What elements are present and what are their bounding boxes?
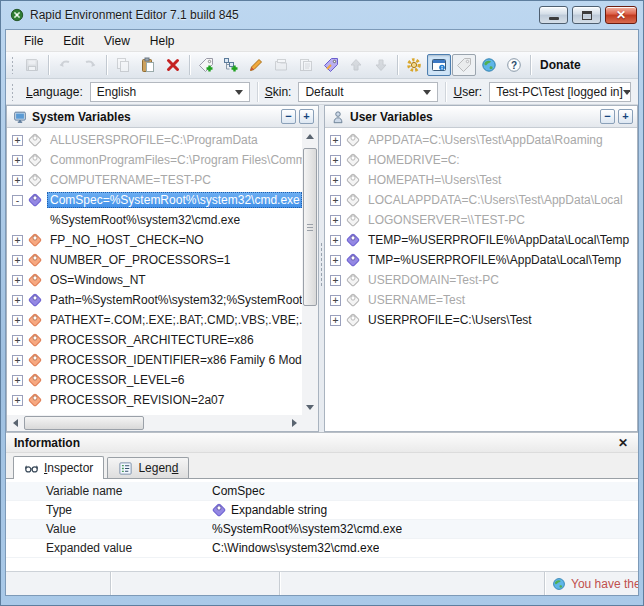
scroll-left-icon[interactable] xyxy=(7,415,23,431)
donate-link[interactable]: Donate xyxy=(540,58,581,72)
variable-text[interactable]: PROCESSOR_IDENTIFIER=x86 Family 6 Model … xyxy=(47,352,302,368)
tree-expander[interactable]: + xyxy=(12,395,23,406)
add-value-button[interactable] xyxy=(219,54,243,76)
variable-text[interactable]: CommonProgramFiles=C:\Program Files\Comm… xyxy=(47,152,302,168)
undo-button[interactable] xyxy=(53,54,77,76)
collapse-all-button[interactable]: − xyxy=(281,109,296,124)
copy-name-button[interactable] xyxy=(294,54,318,76)
toggle-tags-panel-button[interactable] xyxy=(452,54,476,76)
tree-expander[interactable]: + xyxy=(12,355,23,366)
variable-text[interactable]: ComSpec=%SystemRoot%\system32\cmd.exe xyxy=(47,192,302,208)
tree-row[interactable]: + USERDOMAIN=Test-PC xyxy=(325,270,637,290)
tree-row[interactable]: + ALLUSERSPROFILE=C:\ProgramData xyxy=(7,130,302,150)
variable-text[interactable]: PATHEXT=.COM;.EXE;.BAT;.CMD;.VBS;.VBE;.J… xyxy=(47,312,302,328)
menu-item[interactable]: View xyxy=(94,32,140,50)
update-status-message[interactable]: You have the xyxy=(571,577,638,591)
tree-expander[interactable]: + xyxy=(12,155,23,166)
add-variable-button[interactable] xyxy=(194,54,218,76)
tree-row[interactable]: + HOMEPATH=\Users\Test xyxy=(325,170,637,190)
tree-expander[interactable]: + xyxy=(12,255,23,266)
save-button[interactable] xyxy=(20,54,44,76)
vertical-scrollbar[interactable] xyxy=(302,128,318,415)
variable-text[interactable]: USERDOMAIN=Test-PC xyxy=(365,272,502,288)
help-button[interactable] xyxy=(502,54,526,76)
tree-expander[interactable]: + xyxy=(330,215,341,226)
scroll-up-icon[interactable] xyxy=(302,128,318,144)
variable-text[interactable]: LOCALAPPDATA=C:\Users\Test\AppData\Local xyxy=(365,192,626,208)
user-select[interactable]: Test-PC\Test [logged in] xyxy=(489,82,631,102)
language-select[interactable]: English xyxy=(90,82,250,102)
variable-text[interactable]: TEMP=%USERPROFILE%\AppData\Local\Temp xyxy=(365,232,632,248)
tree-expander[interactable]: + xyxy=(330,175,341,186)
variable-text[interactable]: Path=%SystemRoot%\system32;%SystemRoot%; xyxy=(47,292,302,308)
horizontal-scrollbar[interactable] xyxy=(7,415,302,431)
variable-text[interactable]: PROCESSOR_ARCHITECTURE=x86 xyxy=(47,332,257,348)
tree-expander[interactable]: + xyxy=(330,315,341,326)
panel-splitter[interactable] xyxy=(319,105,324,432)
tree-expander[interactable]: + xyxy=(12,175,23,186)
tab-legend[interactable]: Legend xyxy=(107,457,189,478)
close-panel-icon[interactable]: ✕ xyxy=(616,437,630,449)
tree-expander[interactable]: + xyxy=(12,375,23,386)
tree-row[interactable]: + LOCALAPPDATA=C:\Users\Test\AppData\Loc… xyxy=(325,190,637,210)
paste-button[interactable] xyxy=(136,54,160,76)
tree-expander[interactable]: + xyxy=(330,135,341,146)
variable-text[interactable]: NUMBER_OF_PROCESSORS=1 xyxy=(47,252,233,268)
redo-button[interactable] xyxy=(78,54,102,76)
variable-text[interactable]: USERNAME=Test xyxy=(365,292,468,308)
variable-text[interactable]: TMP=%USERPROFILE%\AppData\Local\Temp xyxy=(365,252,624,268)
move-down-button[interactable] xyxy=(369,54,393,76)
tree-row[interactable]: + APPDATA=C:\Users\Test\AppData\Roaming xyxy=(325,130,637,150)
variable-text[interactable]: USERPROFILE=C:\Users\Test xyxy=(365,312,535,328)
skin-select[interactable]: Default xyxy=(298,82,438,102)
tree-expander[interactable]: + xyxy=(330,295,341,306)
tree-row[interactable]: %SystemRoot%\system32\cmd.exe xyxy=(7,210,302,230)
tree-expander[interactable]: - xyxy=(12,195,23,206)
tree-row[interactable]: + PROCESSOR_LEVEL=6 xyxy=(7,370,302,390)
duplicate-button[interactable] xyxy=(269,54,293,76)
variable-text[interactable]: OS=Windows_NT xyxy=(47,272,149,288)
tab-inspector[interactable]: Inspector xyxy=(13,456,104,479)
tree-row[interactable]: + LOGONSERVER=\\TEST-PC xyxy=(325,210,637,230)
tree-row[interactable]: + CommonProgramFiles=C:\Program Files\Co… xyxy=(7,150,302,170)
tree-row[interactable]: + TEMP=%USERPROFILE%\AppData\Local\Temp xyxy=(325,230,637,250)
tree-row[interactable]: + PROCESSOR_REVISION=2a07 xyxy=(7,390,302,410)
expand-all-button[interactable]: + xyxy=(618,109,633,124)
tree-row[interactable]: + FP_NO_HOST_CHECK=NO xyxy=(7,230,302,250)
maximize-button[interactable] xyxy=(572,6,601,24)
variable-text[interactable]: LOGONSERVER=\\TEST-PC xyxy=(365,212,528,228)
toolbar-grip[interactable] xyxy=(11,56,14,74)
tree-row[interactable]: + PROCESSOR_ARCHITECTURE=x86 xyxy=(7,330,302,350)
menu-item[interactable]: Help xyxy=(140,32,185,50)
optionsbar-grip[interactable] xyxy=(11,83,14,101)
variable-text[interactable]: COMPUTERNAME=TEST-PC xyxy=(47,172,214,188)
check-updates-button[interactable] xyxy=(477,54,501,76)
tree-row[interactable]: + TMP=%USERPROFILE%\AppData\Local\Temp xyxy=(325,250,637,270)
delete-button[interactable] xyxy=(161,54,185,76)
tree-expander[interactable]: + xyxy=(12,275,23,286)
tree-expander[interactable]: + xyxy=(330,255,341,266)
tree-row[interactable]: + COMPUTERNAME=TEST-PC xyxy=(7,170,302,190)
variable-text[interactable]: HOMEPATH=\Users\Test xyxy=(365,172,504,188)
menu-item[interactable]: File xyxy=(14,32,53,50)
menu-item[interactable]: Edit xyxy=(53,32,94,50)
change-type-button[interactable] xyxy=(319,54,343,76)
tree-row[interactable]: + USERPROFILE=C:\Users\Test xyxy=(325,310,637,330)
expand-all-button[interactable]: + xyxy=(299,109,314,124)
tree-expander[interactable]: + xyxy=(330,235,341,246)
tree-expander[interactable]: + xyxy=(12,235,23,246)
tree-expander[interactable]: + xyxy=(12,335,23,346)
tree-row[interactable]: + OS=Windows_NT xyxy=(7,270,302,290)
variable-text[interactable]: %SystemRoot%\system32\cmd.exe xyxy=(47,212,243,228)
variable-text[interactable]: HOMEDRIVE=C: xyxy=(365,152,463,168)
variable-text[interactable]: FP_NO_HOST_CHECK=NO xyxy=(47,232,207,248)
tree-expander[interactable]: + xyxy=(12,135,23,146)
variable-text[interactable]: APPDATA=C:\Users\Test\AppData\Roaming xyxy=(365,132,606,148)
variable-text[interactable]: ALLUSERSPROFILE=C:\ProgramData xyxy=(47,132,261,148)
tree-expander[interactable]: + xyxy=(330,275,341,286)
toggle-information-panel-button[interactable] xyxy=(427,54,451,76)
tree-row[interactable]: + PROCESSOR_IDENTIFIER=x86 Family 6 Mode… xyxy=(7,350,302,370)
minimize-button[interactable] xyxy=(539,6,568,24)
tree-expander[interactable]: + xyxy=(330,155,341,166)
tree-row[interactable]: + HOMEDRIVE=C: xyxy=(325,150,637,170)
